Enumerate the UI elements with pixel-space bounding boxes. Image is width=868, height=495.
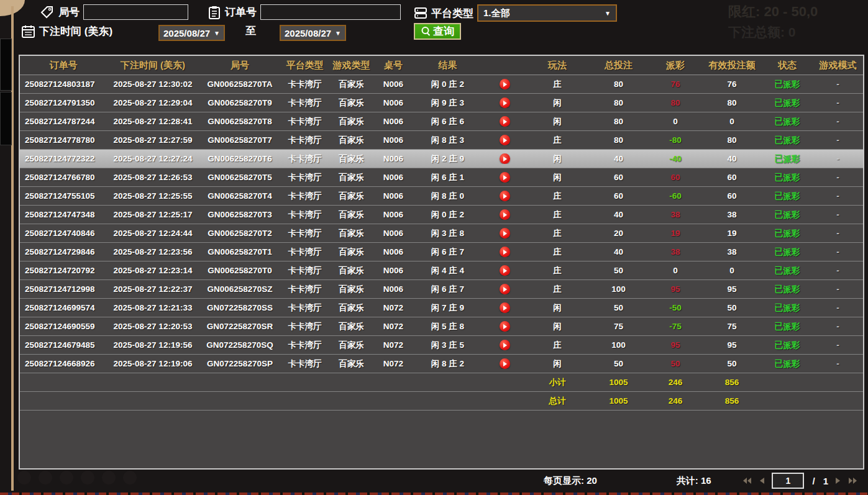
cell-bet-time: 2025-08-27 12:25:17 bbox=[107, 210, 199, 219]
play-video-icon[interactable] bbox=[500, 247, 510, 257]
prev-page-icon[interactable] bbox=[759, 477, 765, 484]
cell-status: 已派彩 bbox=[762, 340, 813, 351]
column-header[interactable]: 局号 bbox=[199, 60, 281, 71]
game-no-input[interactable] bbox=[83, 4, 188, 20]
play-triangle bbox=[503, 175, 507, 180]
cell-replay bbox=[483, 209, 526, 220]
total-count-label: 共计: 16 bbox=[677, 475, 711, 487]
cell-result: 闲 6 庄 6 bbox=[413, 116, 483, 127]
table-row[interactable]: 2508271247787802025-08-27 12:27:59GN0062… bbox=[20, 131, 863, 150]
table-row[interactable]: 2508271247551052025-08-27 12:25:55GN0062… bbox=[20, 187, 863, 206]
cell-play-type: 庄 bbox=[526, 191, 588, 202]
page-number-input[interactable] bbox=[772, 473, 804, 489]
search-button[interactable]: 查询 bbox=[414, 23, 461, 40]
cell-play-type: 庄 bbox=[526, 340, 588, 351]
table-row[interactable]: 2508271246689262025-08-27 12:19:06GN0722… bbox=[20, 355, 863, 373]
table-row[interactable]: 2508271247207922025-08-27 12:23:14GN0062… bbox=[20, 261, 863, 280]
cell-payout: 0 bbox=[649, 266, 702, 275]
next-page-icon[interactable] bbox=[835, 477, 841, 484]
cell-order-no: 250827124690559 bbox=[20, 322, 107, 331]
play-video-icon[interactable] bbox=[500, 358, 510, 369]
cell-replay bbox=[483, 98, 526, 108]
cell-replay bbox=[483, 358, 526, 369]
cell-bet-time: 2025-08-27 12:22:37 bbox=[107, 284, 199, 294]
play-video-icon[interactable] bbox=[500, 153, 510, 164]
search-icon bbox=[421, 26, 431, 37]
column-header[interactable]: 游戏类型 bbox=[329, 60, 374, 71]
column-header[interactable]: 平台类型 bbox=[281, 60, 329, 71]
play-triangle bbox=[503, 324, 507, 329]
column-header[interactable]: 玩法 bbox=[526, 60, 588, 71]
table-row[interactable]: 2508271246905592025-08-27 12:20:53GN0722… bbox=[20, 317, 863, 336]
play-video-icon[interactable] bbox=[500, 302, 510, 313]
cell-table-no: N006 bbox=[374, 117, 413, 126]
order-no-input[interactable] bbox=[260, 4, 401, 20]
subtotal-row-label: 小计 bbox=[526, 377, 588, 388]
play-video-icon[interactable] bbox=[500, 135, 510, 145]
cell-result: 闲 3 庄 5 bbox=[413, 340, 483, 351]
cell-result: 闲 8 庄 2 bbox=[413, 358, 483, 370]
play-video-icon[interactable] bbox=[500, 340, 510, 350]
column-header[interactable]: 游戏模式 bbox=[813, 60, 863, 71]
cell-total-bet: 80 bbox=[588, 79, 649, 89]
table-row[interactable]: 2508271247408462025-08-27 12:24:44GN0062… bbox=[20, 224, 863, 243]
cell-status: 已派彩 bbox=[762, 321, 813, 332]
column-header[interactable]: 订单号 bbox=[20, 60, 107, 71]
cell-valid-bet: 50 bbox=[702, 359, 762, 368]
cell-bet-time: 2025-08-27 12:21:33 bbox=[107, 303, 199, 312]
cell-game-no: GN072258270SQ bbox=[199, 340, 281, 350]
first-page-icon[interactable] bbox=[742, 477, 752, 484]
cell-table-no: N006 bbox=[374, 79, 413, 89]
platform-type-select[interactable]: 1.全部 ▼ bbox=[477, 4, 617, 22]
table-row[interactable]: 2508271248031872025-08-27 12:30:02GN0062… bbox=[20, 75, 863, 94]
cell-total-bet: 75 bbox=[588, 322, 649, 331]
table-row[interactable]: 2508271247872442025-08-27 12:28:41GN0062… bbox=[20, 112, 863, 131]
play-video-icon[interactable] bbox=[500, 265, 510, 276]
cell-game-mode: - bbox=[813, 191, 863, 201]
cell-bet-time: 2025-08-27 12:29:04 bbox=[107, 98, 199, 107]
cell-replay bbox=[483, 153, 526, 164]
table-row[interactable]: 2508271246794852025-08-27 12:19:56GN0722… bbox=[20, 336, 863, 355]
table-row[interactable]: 2508271247298462025-08-27 12:23:56GN0062… bbox=[20, 243, 863, 261]
chevron-down-icon: ▼ bbox=[214, 30, 220, 37]
play-video-icon[interactable] bbox=[500, 98, 510, 108]
column-header[interactable]: 下注时间 (美东) bbox=[107, 60, 199, 71]
table-row[interactable]: 2508271247473482025-08-27 12:25:17GN0062… bbox=[20, 206, 863, 224]
date-to-picker[interactable]: 2025/08/27 ▼ bbox=[280, 25, 346, 41]
cell-result: 闲 5 庄 8 bbox=[413, 321, 483, 332]
column-header[interactable]: 结果 bbox=[413, 60, 483, 71]
play-video-icon[interactable] bbox=[500, 191, 510, 201]
play-triangle bbox=[503, 361, 507, 366]
column-header[interactable]: 有效投注额 bbox=[702, 60, 762, 71]
cell-payout: 50 bbox=[649, 359, 702, 368]
table-row[interactable]: 2508271247129982025-08-27 12:22:37GN0062… bbox=[20, 280, 863, 299]
play-video-icon[interactable] bbox=[500, 209, 510, 220]
column-header[interactable]: 桌号 bbox=[374, 60, 413, 71]
last-page-icon[interactable] bbox=[848, 477, 858, 484]
play-triangle bbox=[503, 194, 507, 199]
play-video-icon[interactable] bbox=[500, 172, 510, 183]
date-from-value: 2025/08/27 bbox=[163, 28, 210, 39]
cell-payout: 0 bbox=[649, 117, 702, 126]
cell-bet-time: 2025-08-27 12:30:02 bbox=[107, 79, 199, 89]
cell-valid-bet: 95 bbox=[702, 284, 762, 294]
column-header[interactable]: 总投注 bbox=[588, 60, 649, 71]
column-header[interactable]: 派彩 bbox=[649, 60, 702, 71]
limit-watermark-text: 限红: 20 - 50,0 bbox=[728, 2, 868, 21]
play-video-icon[interactable] bbox=[500, 284, 510, 294]
play-triangle bbox=[503, 231, 507, 236]
play-video-icon[interactable] bbox=[500, 321, 510, 332]
play-video-icon[interactable] bbox=[500, 116, 510, 127]
table-row[interactable]: 2508271247723222025-08-27 12:27:24GN0062… bbox=[20, 150, 863, 168]
cell-total-bet: 60 bbox=[588, 191, 649, 201]
date-from-picker[interactable]: 2025/08/27 ▼ bbox=[158, 25, 225, 41]
cell-game-type: 百家乐 bbox=[329, 172, 374, 183]
play-triangle bbox=[503, 157, 507, 161]
cell-status: 已派彩 bbox=[762, 116, 813, 127]
table-row[interactable]: 2508271246995742025-08-27 12:21:33GN0722… bbox=[20, 299, 863, 317]
table-row[interactable]: 2508271247913502025-08-27 12:29:04GN0062… bbox=[20, 94, 863, 112]
play-video-icon[interactable] bbox=[500, 228, 510, 238]
play-video-icon[interactable] bbox=[500, 79, 510, 89]
column-header[interactable]: 状态 bbox=[762, 60, 813, 71]
table-row[interactable]: 2508271247667802025-08-27 12:26:53GN0062… bbox=[20, 168, 863, 187]
